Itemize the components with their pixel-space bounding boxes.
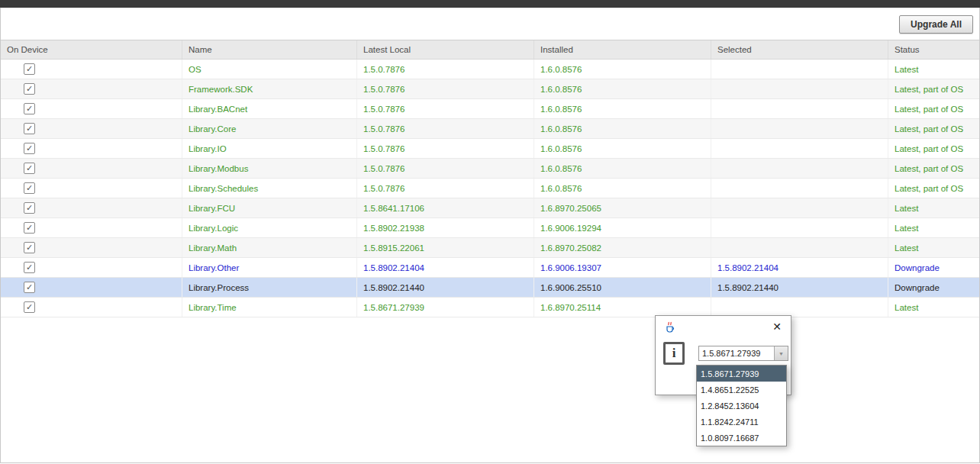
table-row[interactable]: ✓ Library.Core 1.5.0.7876 1.6.0.8576 Lat… [1, 119, 979, 139]
table-row[interactable]: ✓ Library.BACnet 1.5.0.7876 1.6.0.8576 L… [1, 99, 979, 119]
row-selected [711, 139, 888, 158]
row-latest-local: 1.5.0.7876 [356, 159, 534, 178]
upgrade-panel: Upgrade All On Device Name Latest Local … [0, 8, 980, 463]
table-row[interactable]: ✓ Library.IO 1.5.0.7876 1.6.0.8576 Lates… [1, 139, 979, 159]
row-status: Latest [888, 218, 979, 237]
row-status: Latest, part of OS [888, 179, 979, 198]
table-row[interactable]: ✓ Library.Math 1.5.8915.22061 1.6.8970.2… [1, 238, 979, 258]
table-row[interactable]: ✓ Framework.SDK 1.5.0.7876 1.6.0.8576 La… [1, 79, 979, 99]
on-device-checkbox[interactable]: ✓ [24, 83, 35, 95]
version-combobox[interactable]: 1.5.8671.27939 ▼ [698, 346, 788, 361]
on-device-cell: ✓ [1, 258, 182, 277]
row-status: Latest [888, 298, 979, 317]
on-device-checkbox[interactable]: ✓ [24, 143, 35, 154]
table-row[interactable]: ✓ Library.Logic 1.5.8902.21938 1.6.9006.… [1, 218, 979, 238]
row-latest-local: 1.5.8902.21404 [356, 258, 534, 277]
on-device-checkbox[interactable]: ✓ [24, 63, 35, 75]
dialog-title-bar: ✕ [656, 316, 791, 337]
row-installed: 1.6.0.8576 [534, 119, 711, 138]
table-body: ✓ OS 1.5.0.7876 1.6.0.8576 Latest ✓ Fram… [1, 60, 979, 317]
info-icon: i [663, 342, 685, 365]
table-row[interactable]: ✓ Library.Other 1.5.8902.21404 1.6.9006.… [1, 258, 979, 278]
row-name: Library.IO [182, 139, 356, 158]
row-name: Library.FCU [182, 198, 356, 218]
row-installed: 1.6.8970.25065 [534, 198, 711, 218]
row-status: Latest [888, 238, 979, 257]
on-device-checkbox[interactable]: ✓ [24, 282, 35, 293]
row-status: Latest, part of OS [888, 159, 979, 178]
row-installed: 1.6.0.8576 [534, 179, 711, 198]
on-device-checkbox[interactable]: ✓ [24, 262, 35, 273]
row-status: Latest [888, 60, 979, 79]
column-header-latest-local: Latest Local [356, 40, 534, 59]
dropdown-option[interactable]: 1.0.8097.16687 [697, 430, 786, 446]
close-icon[interactable]: ✕ [772, 321, 782, 332]
row-installed: 1.6.0.8576 [534, 139, 711, 158]
row-selected [711, 159, 888, 178]
dropdown-option[interactable]: 1.4.8651.22525 [697, 382, 786, 398]
row-status: Latest [888, 198, 979, 218]
row-installed: 1.6.0.8576 [534, 159, 711, 178]
on-device-cell: ✓ [1, 60, 182, 79]
on-device-cell: ✓ [1, 119, 182, 138]
on-device-cell: ✓ [1, 179, 182, 198]
on-device-checkbox[interactable]: ✓ [24, 242, 35, 253]
row-selected: 1.5.8902.21404 [711, 258, 888, 277]
row-name: Framework.SDK [182, 79, 356, 98]
table-row[interactable]: ✓ Library.FCU 1.5.8641.17106 1.6.8970.25… [1, 198, 979, 218]
upgrade-all-button[interactable]: Upgrade All [899, 15, 973, 34]
row-name: Library.Core [182, 119, 356, 138]
row-installed: 1.6.8970.25082 [534, 238, 711, 257]
on-device-checkbox[interactable]: ✓ [24, 222, 35, 234]
row-name: Library.Math [182, 238, 356, 257]
on-device-checkbox[interactable]: ✓ [24, 103, 35, 114]
row-selected [711, 198, 888, 218]
row-selected [711, 218, 888, 237]
column-header-installed: Installed [534, 40, 711, 59]
row-status: Latest, part of OS [888, 119, 979, 138]
dropdown-option[interactable]: 1.1.8242.24711 [697, 414, 786, 430]
toolbar: Upgrade All [1, 8, 979, 40]
dialog-body: i 1.5.8671.27939 ▼ [656, 337, 791, 365]
combobox-value: 1.5.8671.27939 [699, 349, 774, 358]
row-selected [711, 179, 888, 198]
on-device-cell: ✓ [1, 139, 182, 158]
row-latest-local: 1.5.0.7876 [356, 60, 534, 79]
dropdown-option[interactable]: 1.5.8671.27939 [697, 366, 786, 382]
on-device-checkbox[interactable]: ✓ [24, 123, 35, 134]
row-status: Latest, part of OS [888, 99, 979, 118]
table-row[interactable]: ✓ Library.Schedules 1.5.0.7876 1.6.0.857… [1, 179, 979, 198]
table-row[interactable]: ✓ Library.Time 1.5.8671.27939 1.6.8970.2… [1, 298, 979, 317]
row-name: Library.Logic [182, 218, 356, 237]
on-device-checkbox[interactable]: ✓ [24, 202, 35, 214]
column-header-name: Name [182, 40, 356, 59]
on-device-cell: ✓ [1, 238, 182, 257]
on-device-checkbox[interactable]: ✓ [24, 301, 35, 313]
row-name: Library.Other [182, 258, 356, 277]
row-name: Library.Process [182, 278, 356, 297]
on-device-cell: ✓ [1, 99, 182, 118]
on-device-cell: ✓ [1, 198, 182, 218]
row-latest-local: 1.5.8902.21440 [356, 278, 534, 297]
row-selected [711, 60, 888, 79]
table-row[interactable]: ✓ Library.Modbus 1.5.0.7876 1.6.0.8576 L… [1, 159, 979, 179]
java-icon [663, 321, 675, 333]
row-latest-local: 1.5.8671.27939 [356, 298, 534, 317]
column-header-on-device: On Device [1, 40, 182, 59]
row-selected [711, 238, 888, 257]
table-row[interactable]: ✓ OS 1.5.0.7876 1.6.0.8576 Latest [1, 60, 979, 79]
row-status: Downgrade [888, 278, 979, 297]
combobox-arrow-icon[interactable]: ▼ [774, 346, 788, 360]
row-installed: 1.6.0.8576 [534, 60, 711, 79]
version-dropdown-list: 1.5.8671.279391.4.8651.225251.2.8452.136… [696, 365, 787, 446]
on-device-checkbox[interactable]: ✓ [24, 163, 35, 174]
dropdown-option[interactable]: 1.2.8452.13604 [697, 398, 786, 414]
table-row[interactable]: ✓ Library.Process 1.5.8902.21440 1.6.900… [1, 278, 979, 298]
row-status: Latest, part of OS [888, 139, 979, 158]
row-name: Library.Modbus [182, 159, 356, 178]
row-installed: 1.6.9006.19294 [534, 218, 711, 237]
row-name: Library.Time [182, 298, 356, 317]
row-latest-local: 1.5.8902.21938 [356, 218, 534, 237]
on-device-checkbox[interactable]: ✓ [24, 182, 35, 194]
row-name: Library.BACnet [182, 99, 356, 118]
